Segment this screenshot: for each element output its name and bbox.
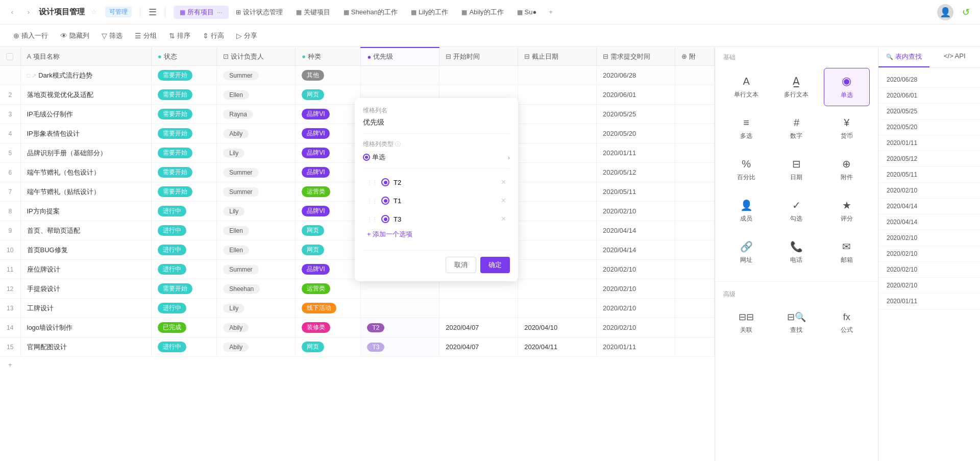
menu-icon[interactable]: ☰	[149, 7, 157, 18]
row-designer-cell[interactable]: Rayna	[217, 105, 296, 124]
row-type-cell[interactable]: 线下活动	[296, 299, 361, 318]
tab-abily[interactable]: ▦ Abily的工作	[455, 6, 509, 19]
row-height-btn[interactable]: ⇕ 行高	[198, 29, 229, 42]
row-status-cell[interactable]: 需要开始	[152, 163, 217, 182]
row-status-cell[interactable]: 需要开始	[152, 182, 217, 202]
row-end-cell[interactable]	[518, 240, 597, 260]
tab-key-projects[interactable]: ▦ 关键项目	[290, 6, 336, 19]
row-start-cell[interactable]: 2020/04/07	[439, 337, 518, 357]
row-status-cell[interactable]: 需要开始	[152, 124, 217, 143]
row-end-cell[interactable]	[518, 105, 597, 124]
tab-sheehan[interactable]: ▦ Sheehan的工作	[337, 6, 404, 19]
th-attach[interactable]: ⊕ 附	[675, 47, 714, 66]
row-designer-cell[interactable]: Summer	[217, 163, 296, 182]
adv-field-查找[interactable]: ⊟🔍 查找	[773, 305, 819, 341]
row-type-cell[interactable]: 品牌VI	[296, 124, 361, 143]
row-name-cell[interactable]: 工牌设计	[20, 299, 152, 318]
select-all-checkbox[interactable]	[6, 53, 13, 60]
option-t3[interactable]: ⋮⋮ T3 ×	[363, 211, 510, 227]
row-end-cell[interactable]	[518, 66, 597, 85]
row-priority-cell[interactable]	[361, 66, 439, 85]
row-priority-cell[interactable]	[361, 279, 439, 299]
confirm-btn[interactable]: 确定	[480, 257, 510, 273]
row-name-cell[interactable]: IP形象表情包设计	[20, 124, 152, 143]
row-priority-cell[interactable]: T2	[361, 318, 439, 337]
row-status-cell[interactable]: 进行中	[152, 260, 217, 279]
field-type-评分[interactable]: ★ 评分	[824, 192, 870, 230]
field-type-勾选[interactable]: ✓ 勾选	[773, 192, 819, 230]
col-name-value[interactable]: 优先级	[363, 118, 510, 134]
row-status-cell[interactable]: 需要开始	[152, 143, 217, 163]
row-type-cell[interactable]: 装修类	[296, 318, 361, 337]
th-status[interactable]: ● 状态	[152, 47, 217, 66]
row-status-cell[interactable]: 进行中	[152, 221, 217, 240]
row-name-cell[interactable]: 端午节赠礼（贴纸设计）	[20, 182, 152, 202]
row-priority-cell[interactable]	[361, 299, 439, 318]
row-status-cell[interactable]: 需要开始	[152, 66, 217, 85]
field-type-电话[interactable]: 📞 电话	[773, 234, 819, 271]
row-designer-cell[interactable]: Lily	[217, 143, 296, 163]
add-row-btn[interactable]: +	[0, 357, 715, 373]
field-type-网址[interactable]: 🔗 网址	[723, 234, 769, 271]
row-type-cell[interactable]: 网页	[296, 240, 361, 260]
option-label-t3[interactable]: T3	[394, 215, 497, 223]
option-delete-2[interactable]: ×	[501, 196, 506, 205]
group-btn[interactable]: ☰ 分组	[130, 29, 162, 42]
option-label-t2[interactable]: T2	[394, 179, 497, 186]
row-start-cell[interactable]	[439, 279, 518, 299]
row-start-cell[interactable]	[439, 66, 518, 85]
star-icon[interactable]: ☆	[91, 8, 97, 16]
row-status-cell[interactable]: 进行中	[152, 240, 217, 260]
field-type-附件[interactable]: ⊕ 附件	[824, 151, 870, 188]
tab-su[interactable]: ▦ Su●	[511, 6, 543, 18]
undo-btn[interactable]: ↺	[958, 4, 974, 20]
insert-row-btn[interactable]: ⊕ 插入一行	[8, 29, 53, 42]
row-status-cell[interactable]: 需要开始	[152, 85, 217, 105]
field-type-数字[interactable]: # 数字	[773, 110, 819, 147]
hide-cols-btn[interactable]: 👁 隐藏列	[55, 29, 94, 42]
row-status-cell[interactable]: 进行中	[152, 202, 217, 221]
th-priority[interactable]: ● 优先级	[361, 47, 439, 66]
row-status-cell[interactable]: 进行中	[152, 299, 217, 318]
row-status-cell[interactable]: 已完成	[152, 318, 217, 337]
adv-field-关联[interactable]: ⊟⊟ 关联	[723, 305, 769, 341]
sidebar-toggle-btn[interactable]: ›	[22, 6, 35, 18]
filter-btn[interactable]: ▽ 筛选	[96, 29, 128, 42]
row-start-cell[interactable]: 2020/04/07	[439, 318, 518, 337]
row-name-cell[interactable]: 手提袋设计	[20, 279, 152, 299]
th-name[interactable]: A 项目名称	[20, 47, 152, 66]
user-avatar[interactable]: 👤	[937, 4, 953, 20]
sort-btn[interactable]: ⇅ 排序	[164, 29, 195, 42]
th-designer[interactable]: ⊡ 设计负责人	[217, 47, 296, 66]
row-type-cell[interactable]: 运营类	[296, 279, 361, 299]
tab-api[interactable]: </> API	[929, 47, 981, 67]
row-name-cell[interactable]: 首页、帮助页适配	[20, 221, 152, 240]
row-designer-cell[interactable]: Ellen	[217, 240, 296, 260]
row-type-cell[interactable]: 运营类	[296, 182, 361, 202]
row-type-cell[interactable]: 网页	[296, 85, 361, 105]
row-type-cell[interactable]: 网页	[296, 221, 361, 240]
row-type-cell[interactable]: 品牌VI	[296, 143, 361, 163]
share-btn[interactable]: ▷ 分享	[231, 29, 262, 42]
row-designer-cell[interactable]: Summer	[217, 182, 296, 202]
row-end-cell[interactable]	[518, 143, 597, 163]
row-end-cell[interactable]	[518, 202, 597, 221]
field-type-邮箱[interactable]: ✉ 邮箱	[824, 234, 870, 271]
add-tab-btn[interactable]: +	[544, 5, 558, 19]
field-type-百分比[interactable]: % 百分比	[723, 151, 769, 188]
option-delete-3[interactable]: ×	[501, 214, 506, 224]
row-name-cell[interactable]: 品牌识别手册（基础部分）	[20, 143, 152, 163]
field-type-单行文本[interactable]: A 单行文本	[723, 68, 769, 106]
row-status-cell[interactable]: 进行中	[152, 337, 217, 357]
row-end-cell[interactable]	[518, 85, 597, 105]
th-start[interactable]: ⊟ 开始时间	[439, 47, 518, 66]
table-container[interactable]: A 项目名称 ● 状态 ⊡ 设计负责人	[0, 47, 715, 461]
tab-more-1[interactable]: ···	[217, 8, 223, 16]
row-end-cell[interactable]: 2020/04/10	[518, 318, 597, 337]
row-type-cell[interactable]: 网页	[296, 337, 361, 357]
option-t1[interactable]: ⋮⋮ T1 ×	[363, 193, 510, 208]
field-type-成员[interactable]: 👤 成员	[723, 192, 769, 230]
row-type-cell[interactable]: 品牌VI	[296, 202, 361, 221]
field-type-货币[interactable]: ¥ 货币	[824, 110, 870, 147]
row-name-cell[interactable]: IP方向提案	[20, 202, 152, 221]
